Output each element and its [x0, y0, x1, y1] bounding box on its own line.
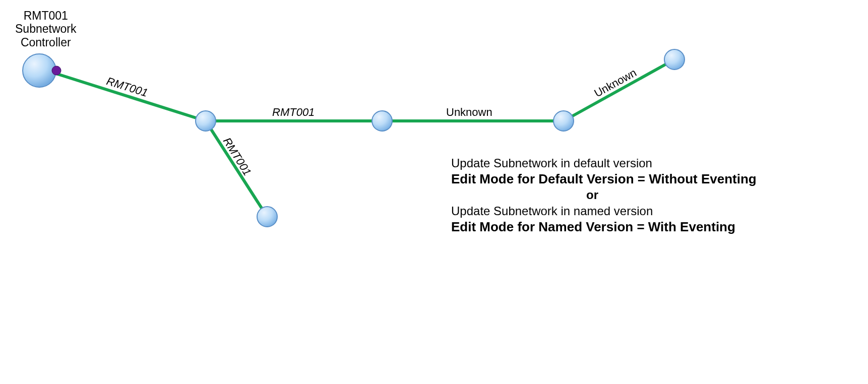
edge-n4-to-n5 [564, 59, 674, 121]
info-line-4: Edit Mode for Named Version = With Event… [451, 219, 864, 235]
edge-label-4: Unknown [446, 106, 492, 119]
controller-endpoint-dot [52, 66, 61, 75]
info-block: Update Subnetwork in default version Edi… [451, 156, 864, 236]
node-6 [257, 207, 277, 227]
controller-label-line1: RMT001 [24, 9, 68, 22]
controller-label-line3: Controller [21, 36, 71, 49]
info-or: or [451, 188, 733, 202]
node-4 [553, 111, 574, 131]
info-line-2: Edit Mode for Default Version = Without … [451, 171, 864, 187]
edge-label-2: RMT001 [272, 106, 315, 119]
node-3 [372, 111, 392, 131]
edge-controller-to-n2 [54, 73, 206, 121]
node-5 [664, 49, 685, 70]
controller-label-line2: Subnetwork [15, 22, 76, 35]
controller-label: RMT001 Subnetwork Controller [15, 9, 76, 49]
controller-node [23, 54, 56, 87]
info-line-3: Update Subnetwork in named version [451, 204, 864, 218]
node-2 [196, 111, 216, 131]
info-line-1: Update Subnetwork in default version [451, 156, 864, 170]
